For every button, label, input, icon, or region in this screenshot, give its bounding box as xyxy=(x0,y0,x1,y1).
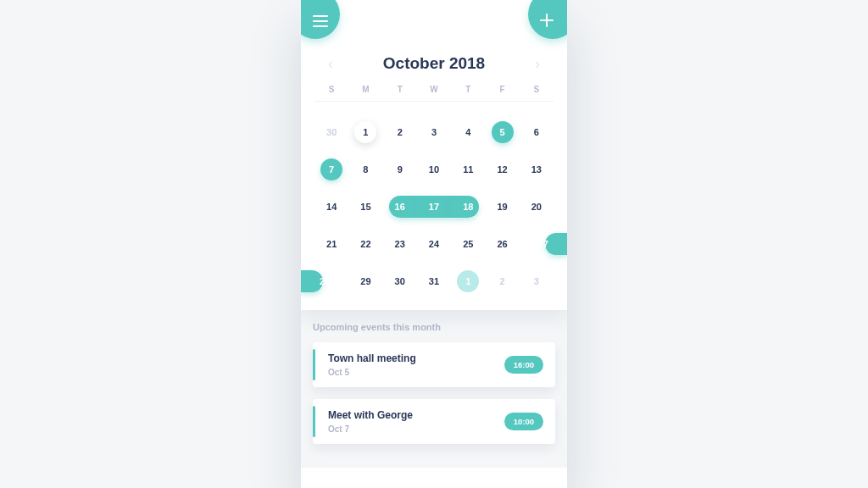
day-number: 7 xyxy=(329,164,334,175)
day-number: 27 xyxy=(538,239,548,249)
day-number: 8 xyxy=(363,164,368,175)
day-cell[interactable]: 1 xyxy=(451,263,485,300)
day-number: 12 xyxy=(497,164,507,175)
day-number: 5 xyxy=(500,127,505,137)
day-cell[interactable]: 8 xyxy=(348,151,382,188)
calendar-card: ‹ October 2018 › SMTWTFS 301234567891011… xyxy=(301,0,567,310)
day-cell[interactable]: 23 xyxy=(383,225,417,263)
day-cell[interactable]: 5 xyxy=(485,114,519,151)
day-number: 2 xyxy=(500,276,505,286)
weekday-label: T xyxy=(383,85,417,101)
day-cell[interactable]: 2 xyxy=(383,114,417,151)
day-number: 30 xyxy=(326,127,337,137)
day-number: 30 xyxy=(395,276,405,286)
event-time-badge: 10:00 xyxy=(504,413,543,430)
day-cell[interactable]: 30 xyxy=(314,114,348,151)
weekday-label: S xyxy=(520,85,554,101)
day-number: 22 xyxy=(360,239,370,249)
event-date: Oct 7 xyxy=(328,424,413,434)
calendar-app: ‹ October 2018 › SMTWTFS 301234567891011… xyxy=(301,0,567,488)
weekday-label: F xyxy=(485,85,519,101)
day-cell[interactable]: 25 xyxy=(451,225,485,263)
day-number: 13 xyxy=(531,164,542,175)
day-cell[interactable]: 14 xyxy=(314,188,348,225)
day-cell[interactable]: 9 xyxy=(383,151,417,188)
day-number: 25 xyxy=(463,239,473,249)
day-number: 3 xyxy=(534,276,539,286)
day-number: 1 xyxy=(465,276,470,286)
day-number: 26 xyxy=(497,239,507,249)
day-cell[interactable]: 12 xyxy=(485,151,519,188)
day-number: 10 xyxy=(429,164,439,175)
day-cell[interactable]: 17 xyxy=(417,188,451,225)
month-title: October 2018 xyxy=(383,54,485,73)
day-cell[interactable]: 20 xyxy=(520,188,554,225)
day-cell[interactable]: 18 xyxy=(451,188,485,225)
day-number: 23 xyxy=(395,239,405,249)
weekday-row: SMTWTFS xyxy=(314,85,554,102)
day-number: 17 xyxy=(429,202,439,212)
weekday-label: S xyxy=(314,85,348,101)
day-cell[interactable]: 2 xyxy=(485,263,519,300)
day-number: 2 xyxy=(398,127,403,137)
weekday-label: M xyxy=(348,85,382,101)
day-cell[interactable]: 26 xyxy=(485,225,519,263)
day-cell[interactable]: 6 xyxy=(520,114,554,151)
day-cell[interactable]: 3 xyxy=(520,263,554,300)
day-cell[interactable]: 29 xyxy=(348,263,382,300)
day-cell[interactable]: 19 xyxy=(485,188,519,225)
day-number: 9 xyxy=(398,164,403,175)
day-number: 15 xyxy=(360,202,370,212)
event-date: Oct 5 xyxy=(328,368,416,377)
day-number: 1 xyxy=(363,127,368,137)
day-cell[interactable]: 28 xyxy=(314,263,348,300)
event-title: Town hall meeting xyxy=(328,352,416,364)
month-header: ‹ October 2018 › xyxy=(314,54,554,73)
events-list: Town hall meetingOct 516:00Meet with Geo… xyxy=(313,342,555,444)
day-number: 6 xyxy=(534,127,539,137)
prev-month-button[interactable]: ‹ xyxy=(323,55,338,73)
day-cell[interactable]: 4 xyxy=(451,114,485,151)
day-number: 4 xyxy=(465,127,470,137)
day-number: 18 xyxy=(463,202,473,212)
day-cell[interactable]: 30 xyxy=(383,263,417,300)
day-cell[interactable]: 1 xyxy=(348,114,382,151)
day-cell[interactable]: 11 xyxy=(451,151,485,188)
day-cell[interactable]: 21 xyxy=(314,225,348,263)
events-heading: Upcoming events this month xyxy=(313,322,555,332)
day-number: 3 xyxy=(431,127,437,137)
day-number: 16 xyxy=(395,202,405,212)
day-cell[interactable]: 31 xyxy=(417,263,451,300)
day-cell[interactable]: 3 xyxy=(417,114,451,151)
weekday-label: T xyxy=(451,85,485,101)
event-info: Town hall meetingOct 5 xyxy=(328,352,416,377)
event-info: Meet with GeorgeOct 7 xyxy=(328,409,413,434)
day-number: 28 xyxy=(320,276,330,286)
day-number: 21 xyxy=(326,239,337,249)
day-number: 31 xyxy=(429,276,439,286)
next-month-button[interactable]: › xyxy=(530,55,545,73)
day-number: 19 xyxy=(497,202,507,212)
hamburger-icon xyxy=(313,15,328,27)
day-number: 20 xyxy=(531,202,542,212)
days-grid: 3012345678910111213141516171819202122232… xyxy=(314,114,554,300)
day-number: 24 xyxy=(429,239,439,249)
event-title: Meet with George xyxy=(328,409,413,421)
event-card[interactable]: Town hall meetingOct 516:00 xyxy=(313,342,555,387)
day-cell[interactable]: 15 xyxy=(348,188,382,225)
day-cell[interactable]: 16 xyxy=(383,188,417,225)
day-cell[interactable]: 10 xyxy=(417,151,451,188)
day-number: 29 xyxy=(360,276,370,286)
event-card[interactable]: Meet with GeorgeOct 710:00 xyxy=(313,399,555,444)
day-cell[interactable]: 7 xyxy=(314,151,348,188)
day-number: 11 xyxy=(463,164,473,175)
day-cell[interactable]: 22 xyxy=(348,225,382,263)
day-cell[interactable]: 24 xyxy=(417,225,451,263)
day-number: 14 xyxy=(326,202,337,212)
day-cell[interactable]: 27 xyxy=(520,225,554,263)
event-time-badge: 16:00 xyxy=(504,356,543,374)
day-cell[interactable]: 13 xyxy=(520,151,554,188)
plus-icon xyxy=(540,14,554,27)
events-section: Upcoming events this month Town hall mee… xyxy=(301,310,567,468)
weekday-label: W xyxy=(417,85,451,101)
